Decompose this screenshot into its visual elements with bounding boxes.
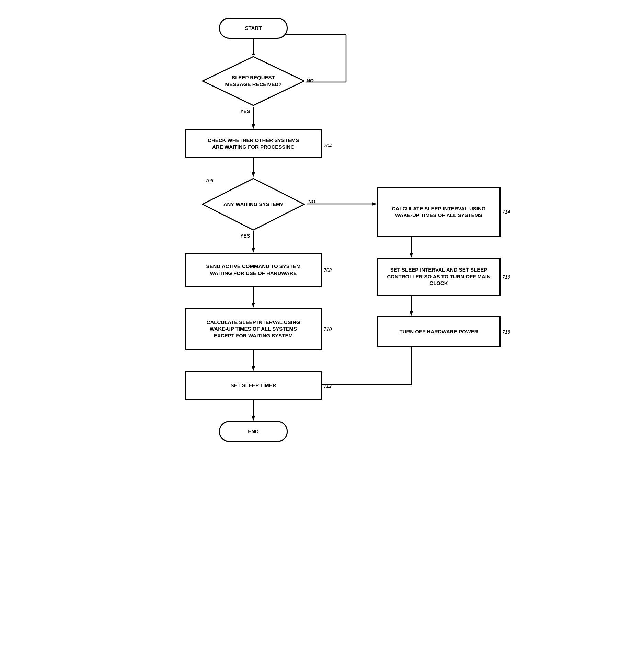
yes-label-706: YES	[240, 233, 250, 239]
label-716: 716	[502, 274, 510, 280]
svg-marker-13	[252, 248, 255, 253]
svg-marker-17	[252, 366, 255, 371]
box-710-label: CALCULATE SLEEP INTERVAL USINGWAKE-UP TI…	[207, 319, 300, 339]
label-710: 710	[324, 326, 332, 332]
no-label-706: NO	[308, 199, 315, 204]
box-716: SET SLEEP INTERVAL AND SET SLEEPCONTROLL…	[377, 258, 501, 296]
svg-marker-23	[410, 311, 413, 316]
svg-marker-15	[252, 303, 255, 308]
box-714: CALCULATE SLEEP INTERVAL USINGWAKE-UP TI…	[377, 187, 501, 237]
box-716-label: SET SLEEP INTERVAL AND SET SLEEPCONTROLL…	[378, 266, 499, 287]
box-718-label: TURN OFF HARDWARE POWER	[399, 328, 478, 335]
no-label-702: NO	[307, 78, 314, 83]
box-712-label: SET SLEEP TIMER	[230, 382, 276, 389]
box-704-label: CHECK WHETHER OTHER SYSTEMSARE WAITING F…	[208, 137, 299, 150]
box-712: SET SLEEP TIMER	[185, 371, 322, 400]
svg-marker-21	[410, 253, 413, 258]
start-label: START	[245, 25, 262, 32]
svg-marker-11	[372, 202, 377, 206]
box-704: CHECK WHETHER OTHER SYSTEMSARE WAITING F…	[185, 129, 322, 158]
label-714: 714	[502, 209, 510, 215]
label-708: 708	[324, 267, 332, 273]
box-710: CALCULATE SLEEP INTERVAL USINGWAKE-UP TI…	[185, 308, 322, 350]
diamond-706: ANY WAITING SYSTEM?	[201, 177, 306, 231]
svg-marker-19	[252, 416, 255, 421]
box-708-label: SEND ACTIVE COMMAND TO SYSTEMWAITING FOR…	[206, 263, 300, 276]
flowchart: START 702 SLEEP REQUESTMESSAGE RECEIVED?…	[150, 11, 494, 646]
svg-marker-7	[252, 124, 255, 129]
diamond-706-label: ANY WAITING SYSTEM?	[223, 201, 284, 208]
label-712: 712	[324, 383, 332, 389]
end-node: END	[219, 421, 288, 442]
box-714-label: CALCULATE SLEEP INTERVAL USINGWAKE-UP TI…	[392, 205, 486, 219]
label-706: 706	[205, 178, 213, 183]
diamond-702: SLEEP REQUESTMESSAGE RECEIVED?	[201, 55, 306, 107]
svg-marker-9	[252, 172, 255, 177]
end-label: END	[248, 428, 259, 435]
start-node: START	[219, 18, 288, 39]
box-708: SEND ACTIVE COMMAND TO SYSTEMWAITING FOR…	[185, 253, 322, 287]
label-704: 704	[324, 143, 332, 148]
diamond-702-label: SLEEP REQUESTMESSAGE RECEIVED?	[225, 74, 281, 88]
yes-label-702: YES	[240, 108, 250, 114]
label-718: 718	[502, 329, 510, 335]
box-718: TURN OFF HARDWARE POWER	[377, 316, 501, 347]
